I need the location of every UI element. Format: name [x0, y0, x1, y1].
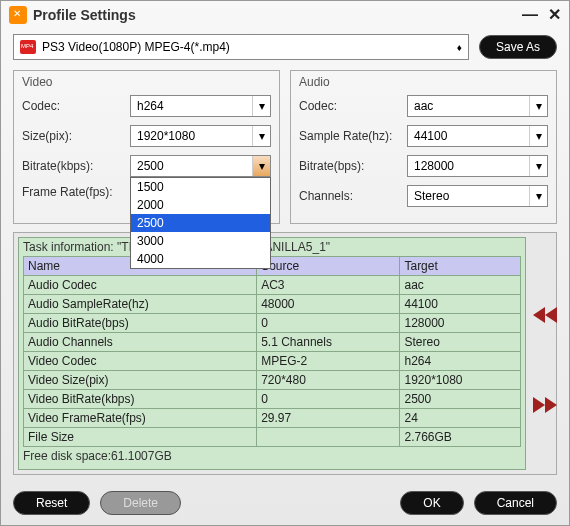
chevron-down-icon: ▾ [252, 96, 270, 116]
prev-button[interactable] [530, 303, 560, 327]
bitrate-option-2500[interactable]: 2500 [131, 214, 270, 232]
audio-codec-select[interactable]: aac ▾ [407, 95, 548, 117]
video-bitrate-dropdown: 1500 2000 2500 3000 4000 [130, 177, 271, 269]
chevron-down-icon: ▾ [529, 96, 547, 116]
footer: Reset Delete OK Cancel [1, 481, 569, 526]
forward-icon [533, 397, 557, 413]
app-icon [9, 6, 27, 24]
video-group: Video Codec: h264 ▾ Size(pix): 1920*1080… [13, 70, 280, 224]
profile-value: PS3 Video(1080P) MPEG-4(*.mp4) [42, 40, 230, 54]
video-codec-label: Codec: [22, 99, 130, 113]
table-row: Video FrameRate(fps)29.9724 [24, 409, 521, 428]
audio-channels-select[interactable]: Stereo ▾ [407, 185, 548, 207]
chevron-down-icon: ▾ [252, 126, 270, 146]
video-size-label: Size(pix): [22, 129, 130, 143]
audio-codec-label: Codec: [299, 99, 407, 113]
ok-button[interactable]: OK [400, 491, 463, 515]
table-row: Audio Channels5.1 ChannelsStereo [24, 333, 521, 352]
audio-channels-label: Channels: [299, 189, 407, 203]
chevron-down-icon: ▾ [529, 126, 547, 146]
video-bitrate-label: Bitrate(kbps): [22, 159, 130, 173]
video-framerate-label: Frame Rate(fps): [22, 185, 130, 199]
save-as-button[interactable]: Save As [479, 35, 557, 59]
table-row: Video CodecMPEG-2h264 [24, 352, 521, 371]
video-codec-select[interactable]: h264 ▾ [130, 95, 271, 117]
chevron-down-icon: ▾ [529, 156, 547, 176]
audio-bitrate-label: Bitrate(bps): [299, 159, 407, 173]
reset-button[interactable]: Reset [13, 491, 90, 515]
table-header: Source [257, 257, 400, 276]
task-title: Task information: "TRANSFORMERS2_D1_VANI… [23, 240, 521, 254]
profile-settings-window: Profile Settings — ✕ PS3 Video(1080P) MP… [0, 0, 570, 526]
bitrate-option-2000[interactable]: 2000 [131, 196, 270, 214]
chevron-down-icon: ▾ [529, 186, 547, 206]
mp4-icon [20, 40, 36, 54]
table-row: Video Size(pix)720*4801920*1080 [24, 371, 521, 390]
chevron-down-icon: ▾ [252, 156, 270, 176]
window-title: Profile Settings [33, 7, 136, 23]
table-row: Audio SampleRate(hz)4800044100 [24, 295, 521, 314]
profile-select[interactable]: PS3 Video(1080P) MPEG-4(*.mp4) ♦ [13, 34, 469, 60]
close-button[interactable]: ✕ [548, 5, 561, 24]
bitrate-option-3000[interactable]: 3000 [131, 232, 270, 250]
table-row: Video BitRate(kbps)02500 [24, 390, 521, 409]
bitrate-option-1500[interactable]: 1500 [131, 178, 270, 196]
table-header: Target [400, 257, 521, 276]
audio-samplerate-label: Sample Rate(hz): [299, 129, 407, 143]
table-row: Audio CodecAC3aac [24, 276, 521, 295]
minimize-button[interactable]: — [522, 6, 538, 24]
rewind-icon [533, 307, 557, 323]
chevron-updown-icon: ♦ [457, 42, 462, 53]
video-size-select[interactable]: 1920*1080 ▾ [130, 125, 271, 147]
cancel-button[interactable]: Cancel [474, 491, 557, 515]
task-table: NameSourceTarget Audio CodecAC3aacAudio … [23, 256, 521, 447]
audio-samplerate-select[interactable]: 44100 ▾ [407, 125, 548, 147]
task-panel: Task information: "TRANSFORMERS2_D1_VANI… [13, 232, 557, 475]
titlebar: Profile Settings — ✕ [1, 1, 569, 28]
video-bitrate-select[interactable]: 2500 ▾ [130, 155, 271, 177]
free-disk-space: Free disk space:61.1007GB [23, 449, 521, 463]
video-legend: Video [22, 75, 271, 89]
bitrate-option-4000[interactable]: 4000 [131, 250, 270, 268]
audio-bitrate-select[interactable]: 128000 ▾ [407, 155, 548, 177]
audio-group: Audio Codec: aac ▾ Sample Rate(hz): 4410… [290, 70, 557, 224]
table-row: Audio BitRate(bps)0128000 [24, 314, 521, 333]
audio-legend: Audio [299, 75, 548, 89]
delete-button[interactable]: Delete [100, 491, 181, 515]
table-row: File Size2.766GB [24, 428, 521, 447]
next-button[interactable] [530, 393, 560, 417]
